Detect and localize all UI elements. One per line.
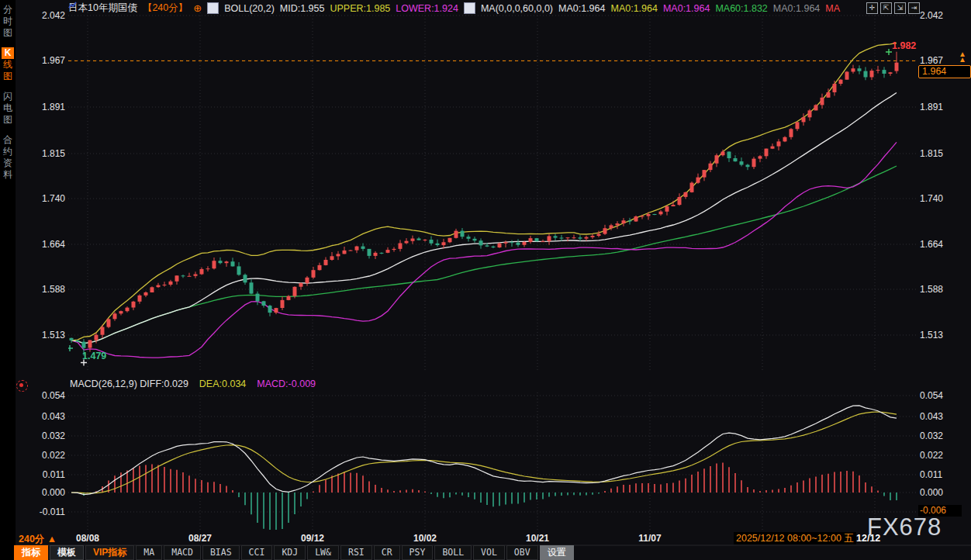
- tab-char: 分: [2, 4, 14, 16]
- price-axis-label-left: 1.513: [23, 330, 65, 340]
- x-axis-label: 10/02: [403, 533, 447, 544]
- macd-dea-value: DEA:0.034: [199, 379, 246, 389]
- price-axis-label-right: 2.042: [920, 10, 943, 21]
- scale-up-icon[interactable]: ⇱: [880, 2, 892, 14]
- tab-char: 料: [2, 169, 14, 181]
- toolbar-button-BOLL[interactable]: BOLL: [434, 545, 472, 560]
- toolbar-button-CR[interactable]: CR: [374, 545, 400, 560]
- x-axis-label: 08/08: [66, 533, 109, 544]
- macd-axis-label-left: 0.022: [23, 450, 65, 461]
- macd-macd-value: MACD:-0.009: [257, 379, 316, 389]
- toolbar-button-CCI[interactable]: CCI: [241, 545, 273, 560]
- macd-axis-label-left: 0.011: [23, 469, 65, 480]
- header-toolbar: ✛⇱⇲⇥: [866, 2, 920, 14]
- price-axis-label-right: 1.740: [920, 193, 943, 204]
- sidebar-tab-闪电图[interactable]: 闪电图: [2, 91, 14, 126]
- macd-axis-label-right: 0.054: [920, 390, 943, 401]
- header-readout: MA: [825, 3, 840, 14]
- low-price-label: 1.479: [82, 351, 106, 361]
- scale-down-icon[interactable]: ⇲: [894, 2, 906, 14]
- tab-char: 约: [2, 146, 14, 157]
- indicator-toolbar: 指标模板VIP指标MAMACDBIASCCIKDJLW&RSICRPSYBOLL…: [14, 545, 574, 560]
- header-readout: MA0:1.964: [663, 3, 710, 14]
- macd-axis-label-right: 0.043: [920, 411, 943, 422]
- scroll-to-latest-button[interactable]: ▲▲: [959, 51, 966, 62]
- macd-last-value-tag: -0.006: [918, 505, 962, 517]
- price-axis-label-left: 1.740: [23, 193, 65, 204]
- tab-char: 电: [2, 102, 14, 114]
- price-axis-label-right: 1.891: [920, 102, 943, 112]
- macd-axis-label-right: 0.011: [920, 469, 942, 480]
- sidebar-tab-合约资料[interactable]: 合约资料: [2, 134, 14, 181]
- tab-char: 闪: [2, 91, 14, 102]
- price-axis-label-right: 1.967: [920, 55, 943, 66]
- last-price-tag: 1.964: [918, 65, 971, 78]
- sidebar-tab-K线图[interactable]: K线图: [2, 47, 14, 82]
- header-readout: UPPER:1.985: [330, 3, 390, 14]
- x-axis-label: 09/12: [291, 533, 334, 544]
- bar-timestamp: 2025/12/12 08:00~12:00 五: [734, 532, 856, 544]
- macd-axis-label-left: 0.043: [23, 411, 65, 422]
- tab-char: 合: [2, 134, 14, 146]
- live-dot-icon: [16, 380, 28, 392]
- toolbar-button-设置[interactable]: 设置: [540, 545, 574, 560]
- header-readout: MA0:1.964: [610, 3, 657, 14]
- toolbar-button-RSI[interactable]: RSI: [340, 545, 372, 560]
- header-readout: LOWER:1.924: [396, 3, 458, 14]
- indicator-chart-icon: [464, 2, 475, 14]
- target-icon[interactable]: ⊕: [193, 2, 202, 14]
- macd-readout: MACD(26,12,9) DIFF:0.029 DEA:0.034 MACD:…: [70, 379, 316, 389]
- period-selector[interactable]: 240分 ▲: [19, 533, 57, 546]
- x-axis-label: 11/07: [628, 533, 672, 544]
- toolbar-button-VIP指标[interactable]: VIP指标: [85, 545, 134, 560]
- toolbar-button-MACD[interactable]: MACD: [164, 545, 201, 560]
- exit-icon[interactable]: ⇥: [908, 2, 920, 14]
- macd-axis-label-left: -0.011: [23, 506, 65, 517]
- price-axis-label-left: 1.664: [23, 239, 65, 250]
- toolbar-button-模板[interactable]: 模板: [50, 545, 84, 560]
- toolbar-button-KDJ[interactable]: KDJ: [274, 545, 306, 560]
- header-readout: MA0:1.964: [558, 3, 605, 14]
- macd-axis-label-right: 0.032: [920, 430, 943, 441]
- indicator-chart-icon: [207, 2, 219, 14]
- high-price-label: 1.982: [892, 40, 916, 51]
- pan-icon[interactable]: ✛: [866, 2, 878, 14]
- toolbar-button-BIAS[interactable]: BIAS: [202, 545, 240, 560]
- current-day-label: 12/12: [856, 533, 880, 544]
- header-readout: MA(0,0,0,60,0,0): [481, 3, 553, 14]
- header-readout: 日本10年期国债: [68, 2, 137, 15]
- header-readout: BOLL(20,2): [224, 3, 275, 14]
- toolbar-button-VOL[interactable]: VOL: [473, 545, 505, 560]
- tab-char: 线: [2, 59, 14, 71]
- chart-canvas[interactable]: [0, 0, 971, 560]
- x-axis-label: 08/27: [178, 533, 222, 544]
- macd-axis-label-right: 0.000: [920, 487, 943, 498]
- toolbar-button-MA[interactable]: MA: [136, 545, 162, 560]
- x-axis-label: 10/21: [516, 533, 559, 544]
- chart-header: 日本10年期国债【240分】⊕BOLL(20,2)MID:1.955UPPER:…: [68, 2, 840, 15]
- price-axis-label-left: 1.588: [23, 284, 65, 295]
- price-axis-label-left: 1.815: [23, 148, 65, 159]
- price-axis-label-left: 1.967: [23, 55, 65, 66]
- tab-char: 时: [2, 16, 14, 27]
- macd-axis-label-right: 0.022: [920, 450, 943, 461]
- tab-char: K: [2, 47, 14, 59]
- toolbar-button-OBV[interactable]: OBV: [506, 545, 538, 560]
- tab-char: 图: [2, 71, 14, 82]
- price-axis-label-left: 2.042: [23, 10, 65, 21]
- header-readout: MID:1.955: [280, 3, 325, 14]
- price-axis-label-left: 1.891: [23, 102, 65, 112]
- header-readout: MA0:1.964: [773, 3, 820, 14]
- sidebar: 分时图K线图闪电图合约资料: [0, 0, 16, 560]
- toolbar-button-LW&[interactable]: LW&: [307, 545, 339, 560]
- price-axis-label-right: 1.664: [920, 239, 943, 250]
- toolbar-button-PSY[interactable]: PSY: [402, 545, 434, 560]
- price-axis-label-right: 1.588: [920, 284, 943, 295]
- toolbar-button-指标[interactable]: 指标: [14, 545, 48, 560]
- header-readout: 【240分】: [143, 2, 188, 15]
- macd-diff-value: MACD(26,12,9) DIFF:0.029: [70, 379, 188, 389]
- header-readout: MA60:1.832: [715, 3, 767, 14]
- tab-char: 图: [2, 114, 14, 126]
- sidebar-tab-分时图[interactable]: 分时图: [2, 4, 14, 39]
- macd-axis-label-left: 0.032: [23, 430, 65, 441]
